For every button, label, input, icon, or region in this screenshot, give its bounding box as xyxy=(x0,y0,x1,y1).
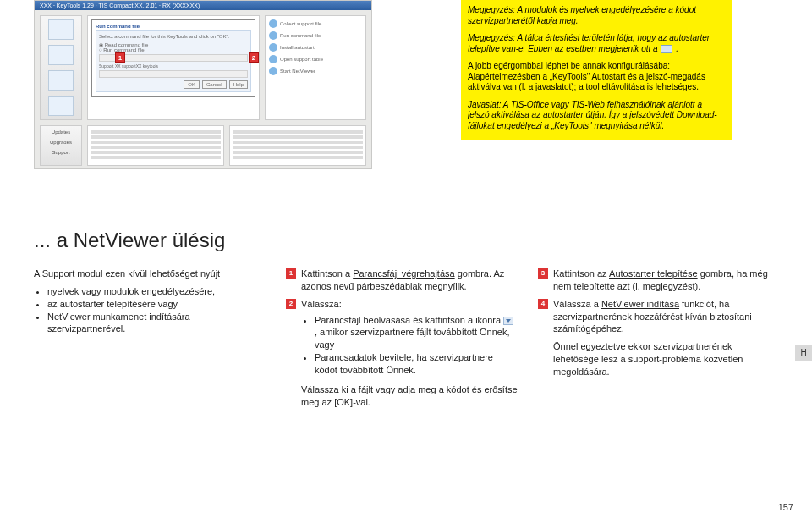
action-item[interactable]: Start NetViewer xyxy=(269,67,362,75)
article-heading: ... a NetViewer ülésig xyxy=(34,229,770,252)
dialog-instruction: Select a command file for this KeyTools … xyxy=(99,34,248,39)
actions-panel: Collect support file Run command file In… xyxy=(265,15,366,120)
page-number: 157 xyxy=(778,502,793,512)
step-3: 3 Kattintson az Autostarter telepítése g… xyxy=(538,268,770,293)
callout-2: 2 xyxy=(249,52,259,63)
action-icon xyxy=(269,67,277,75)
step-number-1: 1 xyxy=(286,268,296,279)
step-label: Válassza: xyxy=(301,298,518,311)
step-2: 2 Válassza: Parancsfájl beolvasása és ka… xyxy=(286,298,518,409)
sidebar-icon[interactable] xyxy=(48,96,74,116)
step-number-4: 4 xyxy=(538,299,548,309)
action-label: Collect support file xyxy=(280,21,321,26)
step-text: Önnel egyeztetve ekkor szervizpartneréne… xyxy=(553,340,770,378)
app-screenshot: XXX · KeyTools 1.29 · TIS Compact XX, 2.… xyxy=(34,0,372,169)
step-tail: Válassza ki a fájlt vagy adja meg a kódo… xyxy=(301,383,518,409)
note-paragraph: Megjegyzés: A modulok és nyelvek engedél… xyxy=(468,5,725,26)
intro-text: A Support modul ezen kívül lehetőséget n… xyxy=(34,268,266,280)
step-text: , amikor szervizpartnere fájlt továbbíto… xyxy=(315,327,510,350)
column-2: 1 Kattintson a Parancsfájl végrehajtása … xyxy=(286,268,518,413)
action-icon xyxy=(269,43,277,52)
column-1: A Support modul ezen kívül lehetőséget n… xyxy=(34,268,266,413)
side-tab-h: H xyxy=(795,345,812,361)
step-text: Kattintson a Parancsfájl végrehajtása go… xyxy=(301,268,504,291)
info-list-left xyxy=(87,125,224,166)
notes-block: Megjegyzés: A modulok és nyelvek engedél… xyxy=(461,0,732,140)
step-text: Parancsfájl beolvasása és kattintson a i… xyxy=(315,315,503,325)
ok-button[interactable]: OK xyxy=(184,80,200,89)
note-paragraph: A jobb egérgombbal léphet be annak konfi… xyxy=(468,61,725,93)
dropdown-icon xyxy=(503,317,513,325)
nav-item[interactable]: Support xyxy=(52,150,69,155)
cancel-button[interactable]: Cancel xyxy=(202,80,227,89)
step-number-2: 2 xyxy=(286,299,296,309)
action-icon xyxy=(269,55,277,63)
list-item: az autostarter telepítésére vagy xyxy=(47,298,266,311)
main-panel: Run command file Select a command file f… xyxy=(87,15,260,120)
sidebar-icon[interactable] xyxy=(48,70,74,91)
action-label: Open support table xyxy=(280,57,323,62)
list-item: Parancsadatok bevitele, ha szervizpartne… xyxy=(315,351,518,377)
support-label: Support XX supportXX keytools xyxy=(99,63,248,69)
action-label: Install autostart xyxy=(280,45,315,50)
action-icon xyxy=(269,19,277,28)
action-label: Start NetViewer xyxy=(280,69,315,74)
code-field[interactable] xyxy=(99,70,248,78)
list-item: NetViewer munkamenet indítására szervizp… xyxy=(47,311,266,336)
step-number-3: 3 xyxy=(538,268,548,279)
action-item[interactable]: Collect support file xyxy=(269,19,362,28)
action-item[interactable]: Install autostart xyxy=(269,43,362,52)
app-sidebar xyxy=(40,15,82,120)
callout-1: 1 xyxy=(115,52,125,63)
note-paragraph: Javaslat: A TIS-Office vagy TIS-Web felh… xyxy=(468,100,725,132)
action-icon xyxy=(269,31,277,40)
list-item: Parancsfájl beolvasása és kattintson a i… xyxy=(315,314,518,352)
step-text: Válassza a NetViewer indítása funkciót, … xyxy=(553,298,770,336)
list-item: nyelvek vagy modulok engedélyezésére, xyxy=(47,285,266,298)
info-list-right xyxy=(229,125,366,166)
step-text: Kattintson az Autostarter telepítése gom… xyxy=(553,268,768,291)
sidebar-icon[interactable] xyxy=(48,19,74,40)
note-text: Megjegyzés: A tálca értesítési területén… xyxy=(468,33,710,53)
note-paragraph: Megjegyzés: A tálca értesítési területén… xyxy=(468,33,725,54)
action-item[interactable]: Run command file xyxy=(269,31,362,40)
step-4: 4 Válassza a NetViewer indítása funkciót… xyxy=(538,298,770,378)
action-label: Run command file xyxy=(280,33,321,38)
step-1: 1 Kattintson a Parancsfájl végrehajtása … xyxy=(286,268,518,293)
dialog-header: Run command file xyxy=(96,24,251,29)
sidebar-icon[interactable] xyxy=(48,45,74,65)
nav-item[interactable]: Updates xyxy=(52,130,70,135)
column-3: 3 Kattintson az Autostarter telepítése g… xyxy=(538,268,770,413)
note-text: . xyxy=(676,44,678,53)
tray-icon xyxy=(661,45,672,53)
nav-item[interactable]: Upgrades xyxy=(50,140,72,145)
help-button[interactable]: Help xyxy=(229,80,248,89)
sidebar-lower: Updates Upgrades Support xyxy=(40,125,82,166)
window-titlebar: XXX · KeyTools 1.29 · TIS Compact XX, 2.… xyxy=(35,1,371,10)
action-item[interactable]: Open support table xyxy=(269,55,362,63)
article: ... a NetViewer ülésig A Support modul e… xyxy=(34,229,770,413)
